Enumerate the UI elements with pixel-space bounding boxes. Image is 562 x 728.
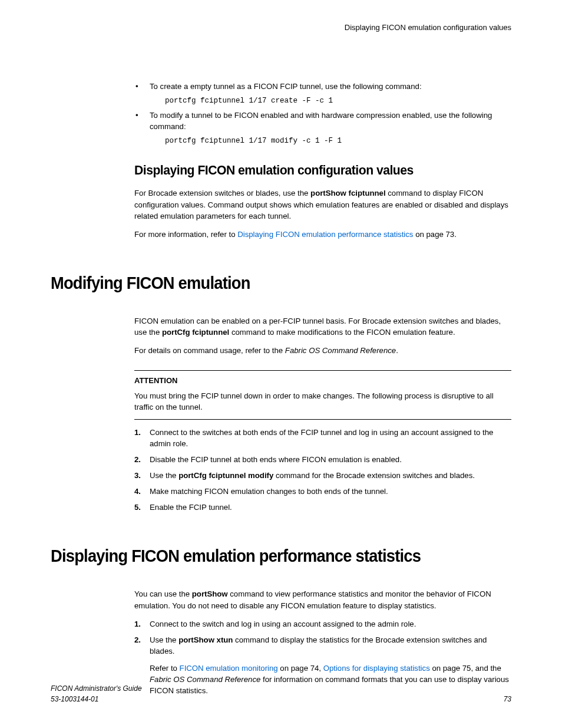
page-number: 73 [504,694,511,704]
bullet-text: To create a empty tunnel as a FICON FCIP… [150,82,422,91]
text-run: on page 74, [278,664,323,673]
xref-link[interactable]: Displaying FICON emulation performance s… [237,230,413,239]
doc-number: 53-1003144-01 [51,694,142,704]
text-run: command for the Brocade extension switch… [273,471,475,480]
italic-reference: Fabric OS Command Reference [150,675,260,684]
bold-command: portShow fciptunnel [310,189,385,197]
body-paragraph: For more information, refer to Displayin… [134,229,511,240]
attention-label: ATTENTION [134,375,511,387]
bullet-item: To modify a tunnel to be FICON enabled a… [134,110,511,146]
step-item: Connect to the switches at both ends of … [134,427,511,449]
body-paragraph: For Brocade extension switches or blades… [134,187,511,221]
heading-modifying-ficon: Modifying FICON emulation [51,271,484,295]
text-run: Use the [150,635,178,644]
step-text: Connect to the switches at both ends of … [150,428,493,448]
bold-command: portShow [192,589,228,598]
code-block: portcfg fciptunnel 1/17 modify -c 1 -F 1 [165,136,511,146]
text-run: You can use the [134,589,192,598]
bold-command: portShow xtun [178,635,233,644]
intro-bullet-list: To create a empty tunnel as a FICON FCIP… [134,81,511,147]
text-run: command to make modifications to the FIC… [229,328,455,337]
bullet-text: To modify a tunnel to be FICON enabled a… [150,111,492,131]
code-block: portcfg fciptunnel 1/17 create -F -c 1 [165,95,511,106]
italic-reference: Fabric OS Command Reference [285,346,396,355]
bold-command: portCfg fciptunnel modify [178,471,273,480]
bullet-item: To create a empty tunnel as a FICON FCIP… [134,81,511,106]
steps-list: Connect to the switches at both ends of … [134,427,511,513]
doc-title: FICON Administrator's Guide [51,684,142,694]
step-item: Connect to the switch and log in using a… [134,618,511,630]
step-item: Use the portCfg fciptunnel modify comman… [134,470,511,481]
running-header: Displaying FICON emulation configuration… [51,22,511,34]
page-footer: FICON Administrator's Guide 53-1003144-0… [51,684,511,704]
text-run: For more information, refer to [134,230,237,239]
step-item: Enable the FCIP tunnel. [134,502,511,513]
text-run: For details on command usage, refer to t… [134,346,285,355]
attention-callout: ATTENTION You must bring the FCIP tunnel… [134,370,511,419]
footer-left: FICON Administrator's Guide 53-1003144-0… [51,684,142,704]
bold-command: portCfg fciptunnel [162,328,229,337]
text-run: . [396,346,398,355]
step-item: Make matching FICON emulation changes to… [134,486,511,497]
body-paragraph: For details on command usage, refer to t… [134,345,511,356]
subheading-displaying-config: Displaying FICON emulation configuration… [134,161,496,180]
body-paragraph: FICON emulation can be enabled on a per-… [134,315,511,338]
text-run: Use the [150,471,178,480]
step-text: Make matching FICON emulation changes to… [150,487,388,496]
xref-link[interactable]: FICON emulation monitoring [180,664,278,673]
text-run: For Brocade extension switches or blades… [134,189,310,197]
text-run: on page 73. [413,230,456,239]
xref-link[interactable]: Options for displaying statistics [323,664,430,673]
heading-displaying-stats: Displaying FICON emulation performance s… [51,543,484,568]
text-run: on page 75, and the [430,664,501,673]
step-text: Enable the FCIP tunnel. [150,503,232,512]
step-item: Disable the FCIP tunnel at both ends whe… [134,454,511,465]
body-paragraph: You can use the portShow command to view… [134,588,511,611]
step-text: Connect to the switch and log in using a… [150,620,416,628]
step-text: Disable the FCIP tunnel at both ends whe… [150,455,402,464]
attention-body: You must bring the FCIP tunnel down in o… [134,390,511,413]
text-run: Refer to [150,664,180,673]
